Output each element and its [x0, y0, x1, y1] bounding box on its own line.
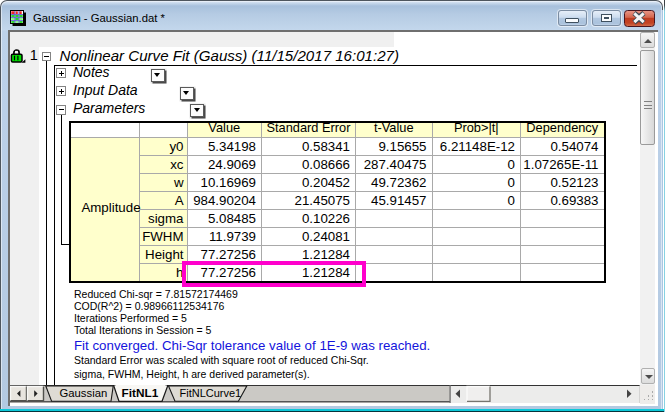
svg-text:FitNLCurve1: FitNLCurve1	[180, 387, 242, 399]
svg-text:FitNL1: FitNL1	[122, 386, 159, 400]
svg-text:Gaussian: Gaussian	[60, 387, 108, 399]
